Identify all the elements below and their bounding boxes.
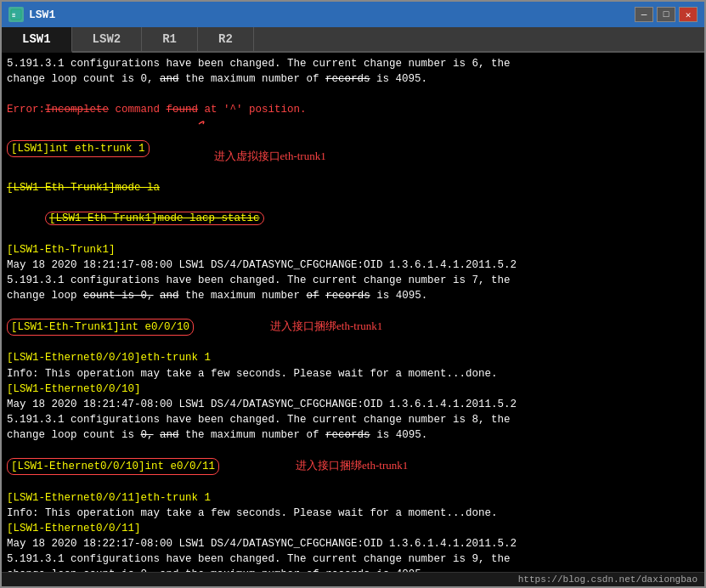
line-10: Info: This operation may take a few seco… <box>7 506 699 521</box>
annotation-1: 进入虚拟接口eth-trunk1 <box>214 150 326 162</box>
line-cmd-5: [LSW1-Eth-Trunk1]int e0/0/10 进入接口捆绑eth-t… <box>7 303 699 350</box>
line-cmd-7: [LSW1-Ethernet0/0/10] <box>7 382 699 397</box>
terminal-output[interactable]: 5.191.3.1 configurations have been chang… <box>2 53 704 572</box>
line-cmd-4: [LSW1-Eth-Trunk1] <box>7 242 699 257</box>
line-error-1: Error:Incomplete command found at '^' po… <box>7 102 699 117</box>
close-button[interactable]: ✕ <box>679 7 698 22</box>
annotation-2: 进入接口捆绑eth-trunk1 <box>270 319 382 332</box>
line-cmd-9: [LSW1-Ethernet0/0/11]eth-trunk 1 <box>7 490 699 506</box>
title-bar: ≡ LSW1 — □ ✕ <box>2 2 704 27</box>
line-blank-1 <box>7 87 699 102</box>
line-cmd-6: [LSW1-Ethernet0/0/10]eth-trunk 1 <box>7 350 699 365</box>
window-controls: — □ ✕ <box>635 7 698 22</box>
line-12: 5.191.3.1 configurations have been chang… <box>7 551 699 567</box>
minimize-button[interactable]: — <box>635 7 653 22</box>
window-title: LSW1 <box>29 8 55 21</box>
line-3: May 18 2020 18:21:17-08:00 LSW1 DS/4/DAT… <box>7 257 699 273</box>
line-1: 5.191.3.1 configurations have been chang… <box>7 56 699 71</box>
svg-text:≡: ≡ <box>12 12 15 19</box>
tab-r2[interactable]: R2 <box>198 27 254 51</box>
maximize-button[interactable]: □ <box>657 7 675 22</box>
line-cmd-3: [LSW1-Eth-Trunk1]mode lacp-static <box>7 195 699 241</box>
footer-url: https://blog.csdn.net/daxiongbao <box>518 574 698 585</box>
line-2: change loop count is 0, and the maximum … <box>7 71 699 87</box>
line-7: May 18 2020 18:21:47-08:00 LSW1 DS/4/DAT… <box>7 397 699 412</box>
line-cmd-2: [LSW1-Eth-Trunk1]mode la <box>7 180 699 195</box>
line-cmd-1: [LSW1]int eth-trunk 1 进入虚拟接口eth-trunk1 <box>7 118 699 181</box>
tab-lsw2[interactable]: LSW2 <box>72 27 143 51</box>
tab-r1[interactable]: R1 <box>142 27 198 51</box>
line-13: change loop count is 0, and the maximum … <box>7 567 699 572</box>
title-bar-left: ≡ LSW1 <box>8 7 55 22</box>
app-icon: ≡ <box>8 7 24 22</box>
line-cmd-10: [LSW1-Ethernet0/0/11] <box>7 521 699 536</box>
tab-bar: LSW1 LSW2 R1 R2 <box>2 27 704 53</box>
main-window: ≡ LSW1 — □ ✕ LSW1 LSW2 R1 R2 5.191.3.1 c… <box>0 0 706 588</box>
footer-bar: https://blog.csdn.net/daxiongbao <box>2 572 704 586</box>
line-9: change loop count is 0, and the maximum … <box>7 427 699 443</box>
tab-lsw1[interactable]: LSW1 <box>2 27 72 53</box>
line-6: Info: This operation may take a few seco… <box>7 366 699 382</box>
line-11: May 18 2020 18:22:17-08:00 LSW1 DS/4/DAT… <box>7 536 699 551</box>
line-cmd-8: [LSW1-Ethernet0/0/10]int e0/0/11 进入接口捆绑e… <box>7 443 699 489</box>
line-4: 5.191.3.1 configurations have been chang… <box>7 273 699 288</box>
annotation-3: 进入接口捆绑eth-trunk1 <box>296 459 408 472</box>
line-8: 5.191.3.1 configurations have been chang… <box>7 412 699 427</box>
line-5: change loop count is 0, and the maximum … <box>7 288 699 303</box>
